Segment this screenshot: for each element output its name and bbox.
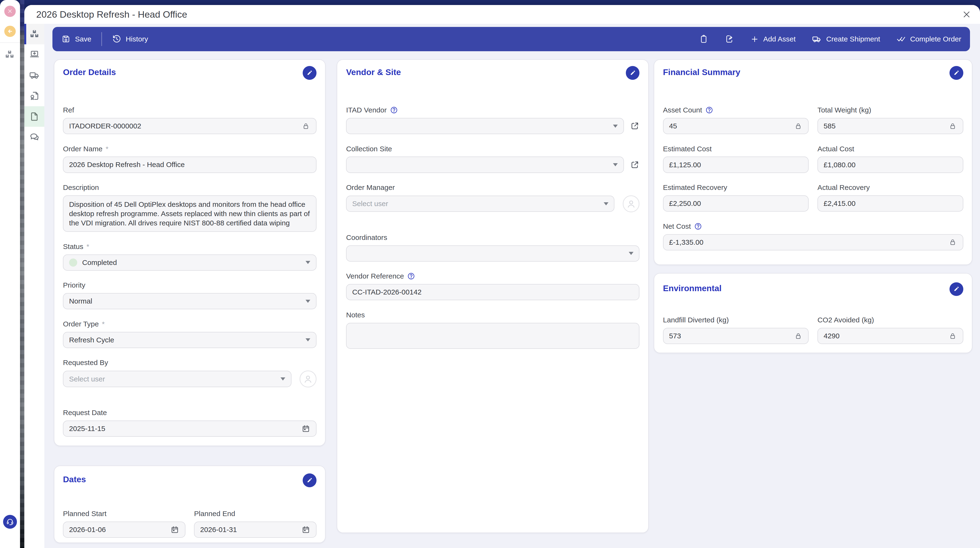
notes-textarea[interactable] <box>352 327 633 344</box>
field-ref: Ref <box>63 106 316 134</box>
lock-icon <box>794 332 803 340</box>
field-priority: Priority Normal <box>63 281 316 309</box>
landfill-diverted-label: Landfill Diverted (kg) <box>663 316 729 324</box>
request-date-input[interactable] <box>69 424 296 433</box>
copy-button[interactable] <box>699 34 708 44</box>
app-root: 2026 Desktop Refresh - Head Office <box>0 0 980 548</box>
field-order-type: Order Type * Refresh Cycle <box>63 320 316 348</box>
field-order-name: Order Name * <box>63 145 316 173</box>
chevron-down-icon <box>629 252 633 255</box>
requested-by-label: Requested By <box>63 359 108 367</box>
total-weight-input[interactable] <box>824 122 943 130</box>
sidebar-item-chat[interactable] <box>24 127 45 148</box>
sidebar-item-certificates[interactable] <box>24 86 45 106</box>
packages-icon[interactable] <box>4 49 15 60</box>
chevron-down-icon <box>613 125 618 128</box>
order-manager-select[interactable]: Select user <box>346 195 614 212</box>
help-icon[interactable] <box>390 106 398 114</box>
description-textarea[interactable] <box>69 200 310 228</box>
actual-cost-input[interactable] <box>824 161 957 169</box>
user-avatar <box>299 370 317 388</box>
edit-financial-button[interactable] <box>950 66 963 80</box>
coordinators-label: Coordinators <box>346 233 387 241</box>
edit-vendor-site-button[interactable] <box>626 66 640 80</box>
create-shipment-button[interactable]: Create Shipment <box>812 34 880 44</box>
landfill-diverted-input[interactable] <box>669 332 789 340</box>
collection-site-select[interactable] <box>346 157 624 173</box>
requested-by-select[interactable]: Select user <box>63 371 291 387</box>
required-marker: * <box>86 243 89 251</box>
open-vendor-record-button[interactable] <box>630 121 640 130</box>
help-icon[interactable] <box>705 106 713 114</box>
field-collection-site: Collection Site <box>346 145 640 173</box>
add-asset-button[interactable]: Add Asset <box>750 35 796 44</box>
asset-count-input[interactable] <box>669 122 789 130</box>
sidebar <box>24 24 45 548</box>
chevron-down-icon <box>305 261 310 264</box>
page-title: 2026 Desktop Refresh - Head Office <box>36 9 962 20</box>
sidebar-item-shipments[interactable] <box>24 65 45 86</box>
person-icon <box>303 373 313 384</box>
planned-start-input[interactable] <box>69 526 165 534</box>
priority-label: Priority <box>63 281 85 289</box>
coordinators-select[interactable] <box>346 245 640 262</box>
net-cost-label: Net Cost <box>663 222 691 230</box>
sidebar-item-documents[interactable] <box>24 106 45 127</box>
sidebar-item-modules[interactable] <box>24 24 45 44</box>
edit-order-details-button[interactable] <box>303 66 317 80</box>
clipboard-icon <box>699 34 708 44</box>
status-select[interactable]: Completed <box>63 254 316 271</box>
lock-icon <box>948 332 957 340</box>
content-area: Save History <box>45 24 980 548</box>
itad-vendor-select[interactable] <box>346 118 624 134</box>
edit-dates-button[interactable] <box>303 473 317 487</box>
field-vendor-reference: Vendor Reference <box>346 272 640 300</box>
share-button[interactable] <box>724 34 734 44</box>
field-actual-recovery: Actual Recovery <box>818 183 963 211</box>
actual-recovery-input[interactable] <box>824 199 957 208</box>
estimated-recovery-input[interactable] <box>669 199 802 208</box>
close-button[interactable] <box>962 10 971 19</box>
history-icon <box>112 34 121 44</box>
ref-control <box>63 118 316 134</box>
order-type-select[interactable]: Refresh Cycle <box>63 332 316 348</box>
net-cost-input[interactable] <box>669 238 943 246</box>
vendor-reference-input[interactable] <box>352 288 633 296</box>
open-site-record-button[interactable] <box>630 160 640 169</box>
required-marker: * <box>102 320 105 328</box>
truck-icon <box>29 70 40 81</box>
chevron-down-icon <box>305 338 310 342</box>
support-button[interactable] <box>3 515 17 529</box>
back-button[interactable] <box>4 26 16 37</box>
help-icon[interactable] <box>407 272 415 280</box>
lock-icon <box>948 122 957 130</box>
history-button[interactable]: History <box>112 34 148 44</box>
order-name-input[interactable] <box>69 160 310 169</box>
complete-order-button[interactable]: Complete Order <box>896 34 961 44</box>
save-button[interactable]: Save <box>61 34 91 44</box>
field-estimated-recovery: Estimated Recovery <box>663 183 809 211</box>
co2-avoided-control <box>818 328 963 344</box>
priority-select[interactable]: Normal <box>63 293 316 309</box>
toolbar-divider <box>101 32 102 46</box>
calendar-icon[interactable] <box>301 424 310 433</box>
history-label: History <box>126 35 148 43</box>
field-planned-start: Planned Start <box>63 510 185 538</box>
field-landfill-diverted: Landfill Diverted (kg) <box>663 316 809 344</box>
double-check-icon <box>896 34 906 44</box>
ref-input[interactable] <box>69 122 296 130</box>
co2-avoided-input[interactable] <box>824 332 943 340</box>
request-date-label: Request Date <box>63 408 107 417</box>
estimated-cost-input[interactable] <box>669 161 802 169</box>
background-window-strip <box>20 0 24 548</box>
calendar-icon[interactable] <box>301 525 310 534</box>
calendar-icon[interactable] <box>170 525 179 534</box>
planned-end-input[interactable] <box>200 526 296 534</box>
description-control <box>63 195 316 232</box>
help-icon[interactable] <box>694 222 702 230</box>
edit-environmental-button[interactable] <box>950 282 963 296</box>
sidebar-item-asset-intake[interactable] <box>24 44 45 65</box>
close-window-button[interactable] <box>4 6 16 17</box>
planned-end-label: Planned End <box>194 510 235 518</box>
asset-count-control <box>663 118 809 134</box>
